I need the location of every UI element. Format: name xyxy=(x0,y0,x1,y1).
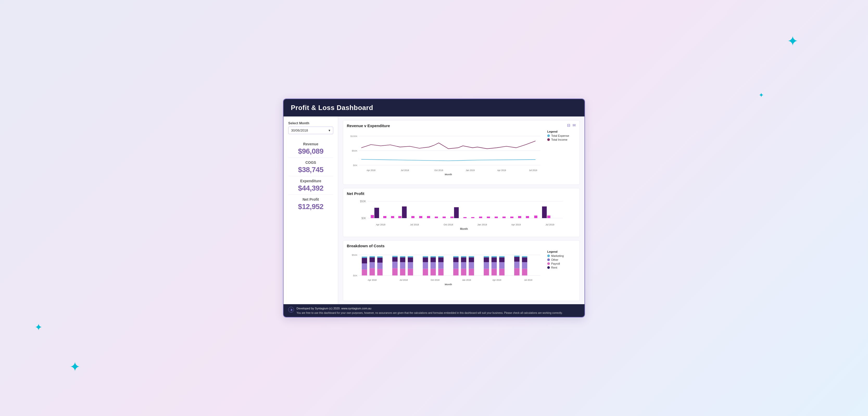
breakdown-chart-wrapper: $50K $0K xyxy=(347,250,545,299)
svg-rect-98 xyxy=(469,262,474,269)
legend-rent: Rent xyxy=(547,266,576,269)
selected-month-value: 30/06/2018 xyxy=(291,129,308,132)
svg-rect-56 xyxy=(362,256,367,258)
breakdown-chart-area: $50K $0K xyxy=(347,250,576,299)
kpi-expenditure-label: Expenditure xyxy=(288,179,333,183)
svg-text:$0K: $0K xyxy=(361,217,366,220)
svg-rect-57 xyxy=(369,268,375,275)
svg-rect-102 xyxy=(484,262,489,269)
svg-rect-93 xyxy=(461,269,466,275)
breakdown-legend-title: Legend xyxy=(547,250,576,253)
svg-text:Month: Month xyxy=(460,228,468,230)
month-dropdown[interactable]: 30/06/2018 ▾ xyxy=(288,127,333,134)
svg-rect-35 xyxy=(502,216,505,218)
svg-rect-21 xyxy=(398,216,401,218)
svg-text:Oct 2018: Oct 2018 xyxy=(431,279,439,281)
kpi-revenue: Revenue $96,089 xyxy=(288,139,333,158)
svg-rect-65 xyxy=(392,268,398,275)
svg-rect-97 xyxy=(469,269,474,275)
footer-logo: ◑ xyxy=(288,307,294,313)
legend-total-expense-label: Total Expense xyxy=(551,134,569,137)
svg-text:$0K: $0K xyxy=(353,274,358,277)
svg-text:Jan 2019: Jan 2019 xyxy=(462,279,471,281)
svg-rect-25 xyxy=(427,216,430,218)
svg-rect-22 xyxy=(402,206,407,218)
other-dot xyxy=(547,258,550,261)
svg-rect-54 xyxy=(362,264,367,269)
svg-text:$50K: $50K xyxy=(360,200,366,203)
svg-text:Jan 2019: Jan 2019 xyxy=(477,223,487,226)
svg-rect-108 xyxy=(492,256,497,257)
svg-rect-101 xyxy=(484,269,489,275)
svg-rect-95 xyxy=(461,257,466,262)
svg-text:Month: Month xyxy=(445,173,452,176)
svg-rect-32 xyxy=(479,216,482,218)
svg-rect-78 xyxy=(423,262,428,269)
svg-rect-29 xyxy=(454,207,459,218)
dashboard-header: Profit & Loss Dashboard xyxy=(283,99,585,116)
svg-rect-39 xyxy=(534,215,537,218)
svg-rect-87 xyxy=(438,257,443,262)
svg-rect-86 xyxy=(438,262,443,269)
kpi-net-profit-value: $12,952 xyxy=(288,203,333,211)
marketing-dot xyxy=(547,254,550,257)
svg-rect-110 xyxy=(499,262,504,269)
svg-rect-85 xyxy=(438,269,443,275)
breakdown-svg: $50K $0K xyxy=(347,250,545,298)
kpi-cogs-label: COGS xyxy=(288,161,333,165)
svg-rect-116 xyxy=(514,255,519,257)
svg-rect-117 xyxy=(522,269,527,275)
total-income-dot xyxy=(547,138,550,141)
legend-payroll-label: Payroll xyxy=(551,262,560,265)
svg-text:$0K: $0K xyxy=(353,164,358,167)
chevron-down-icon: ▾ xyxy=(329,129,330,132)
svg-rect-23 xyxy=(411,216,414,218)
kpi-net-profit-label: Net Profit xyxy=(288,197,333,202)
star-decoration-2: ✦ xyxy=(758,92,764,99)
svg-text:Apr 2019: Apr 2019 xyxy=(497,169,506,172)
svg-text:Jul 2018: Jul 2018 xyxy=(410,223,419,226)
svg-rect-89 xyxy=(453,269,459,275)
breakdown-chart-section: Breakdown of Costs $50K $0K xyxy=(343,240,580,301)
revenue-chart-section: Revenue v Expenditure ⊟ ✉ $100K xyxy=(343,120,580,185)
dashboard-footer: ◑ Developed by Syntagium (c) 2020. www.s… xyxy=(283,304,585,317)
net-profit-chart-area: $50K $0K xyxy=(347,197,576,235)
svg-rect-99 xyxy=(469,257,474,262)
svg-rect-37 xyxy=(518,216,521,218)
svg-rect-106 xyxy=(492,262,497,269)
legend-total-income: Total Income xyxy=(547,138,576,141)
svg-rect-79 xyxy=(423,257,428,262)
svg-rect-66 xyxy=(392,262,398,268)
svg-text:Apr 2019: Apr 2019 xyxy=(511,223,521,226)
svg-rect-40 xyxy=(542,206,547,218)
svg-rect-38 xyxy=(526,216,529,218)
select-month-label: Select Month xyxy=(288,121,333,125)
svg-rect-100 xyxy=(469,256,474,257)
svg-text:Jan 2019: Jan 2019 xyxy=(466,169,475,172)
svg-rect-81 xyxy=(431,269,436,275)
legend-total-expense: Total Expense xyxy=(547,134,576,137)
filter-icon[interactable]: ⊟ xyxy=(567,123,570,128)
breakdown-legend: Legend Marketing Other Payroll xyxy=(547,250,576,270)
svg-rect-114 xyxy=(514,262,519,268)
footer-text: Developed by Syntagium (c) 2020. www.syn… xyxy=(297,306,563,315)
svg-rect-36 xyxy=(510,216,514,218)
dashboard-title: Profit & Loss Dashboard xyxy=(291,104,373,111)
mail-icon[interactable]: ✉ xyxy=(572,123,576,128)
left-panel: Select Month 30/06/2018 ▾ Revenue $96,08… xyxy=(283,116,338,304)
svg-rect-112 xyxy=(499,256,504,257)
svg-rect-107 xyxy=(492,257,497,262)
svg-rect-92 xyxy=(453,256,459,257)
svg-rect-109 xyxy=(499,269,504,275)
svg-rect-82 xyxy=(431,262,436,269)
svg-rect-41 xyxy=(547,215,550,218)
svg-rect-67 xyxy=(392,257,398,262)
footer-sub-text: You are free to use this dashboard for y… xyxy=(297,311,563,315)
svg-rect-115 xyxy=(514,257,519,262)
svg-text:$100K: $100K xyxy=(350,135,358,138)
total-expense-dot xyxy=(547,134,550,137)
svg-rect-75 xyxy=(408,257,413,262)
revenue-legend-title: Legend xyxy=(547,130,576,133)
svg-text:Jul 2018: Jul 2018 xyxy=(401,169,409,172)
svg-rect-58 xyxy=(369,262,375,268)
